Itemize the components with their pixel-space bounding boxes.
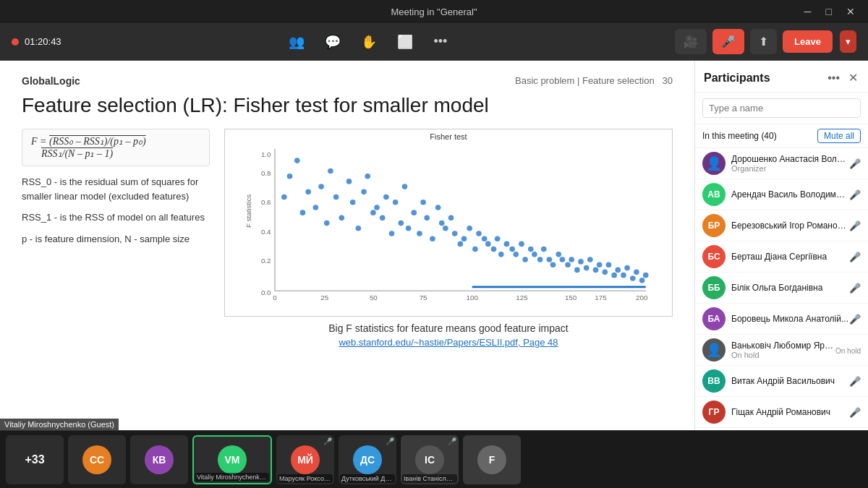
maximize-button[interactable]: □ <box>822 4 836 19</box>
svg-point-67 <box>519 241 524 247</box>
slide-left-panel: F = (RSS₀ – RSS₁)/(p₁ – p₀) RSS₁/(N – p₁… <box>22 129 210 348</box>
share-screen-button[interactable]: ⬆ <box>750 29 777 54</box>
video-tile[interactable]: ICІванів Станіслав Степ...🎤 <box>401 435 459 484</box>
formula-box: F = (RSS₀ – RSS₁)/(p₁ – p₀) RSS₁/(N – p₁… <box>22 129 210 166</box>
search-input[interactable] <box>702 98 861 118</box>
participant-count: +33 <box>25 453 44 466</box>
svg-point-92 <box>634 270 639 275</box>
panel-header: Participants ••• ✕ <box>695 61 868 93</box>
participants-icon[interactable]: 👥 <box>284 30 309 54</box>
participants-list: 👤Дорошенко Анастасія Волод...Organizer🎤А… <box>695 148 868 430</box>
svg-point-82 <box>587 257 593 262</box>
svg-point-25 <box>318 184 324 189</box>
svg-point-63 <box>498 252 504 257</box>
participant-avatar: 👤 <box>702 338 726 361</box>
svg-point-51 <box>443 226 448 231</box>
participant-info: Гіщак Андрій Романович <box>731 407 849 417</box>
video-tile[interactable]: КВ <box>130 435 188 484</box>
svg-text:150: 150 <box>565 294 577 301</box>
main-content: GlobalLogic Basic problem | Feature sele… <box>0 61 868 430</box>
microphone-button[interactable]: 🎤 <box>712 29 744 54</box>
participant-avatar: ГР <box>702 401 726 424</box>
toolbar-center: 👥 💬 ✋ ⬜ ••• <box>284 30 451 54</box>
svg-point-30 <box>346 179 352 184</box>
view-icon[interactable]: ⬜ <box>393 30 417 54</box>
video-tile-name: Vitaliy Miroshnychenko (G... <box>195 473 269 481</box>
video-tile-avatar: F <box>477 445 506 474</box>
meeting-label: In this meeting (40) <box>702 131 777 141</box>
svg-point-36 <box>374 205 380 210</box>
svg-point-39 <box>389 231 395 236</box>
participant-item: 👤Ваньковіч Любомир Яро...On holdOn hold <box>695 335 868 366</box>
video-tile[interactable]: СС <box>68 435 126 484</box>
video-tile[interactable]: МЙМарусяк Роксолана ...🎤 <box>276 435 334 484</box>
participant-mic-icon: 🎤 <box>849 283 861 294</box>
close-button[interactable]: ✕ <box>842 4 859 19</box>
more-options-icon[interactable]: ••• <box>429 30 451 53</box>
camera-button[interactable]: 🎥 <box>675 29 707 54</box>
participant-item: БСБерташ Діана Сергіївна🎤 <box>695 241 868 273</box>
svg-point-62 <box>495 236 501 241</box>
svg-text:200: 200 <box>636 294 648 301</box>
panel-more-icon[interactable]: ••• <box>826 70 841 86</box>
svg-point-22 <box>300 210 306 215</box>
minimize-button[interactable]: ─ <box>800 4 816 19</box>
panel-close-icon[interactable]: ✕ <box>847 69 859 86</box>
leave-chevron-button[interactable]: ▾ <box>840 30 856 53</box>
svg-point-29 <box>339 215 344 221</box>
video-tile[interactable]: +33 <box>6 435 64 484</box>
raise-hand-icon[interactable]: ✋ <box>357 30 381 54</box>
participant-name: Боровець Микола Анатолій... <box>731 314 849 324</box>
chat-icon[interactable]: 💬 <box>320 30 345 54</box>
svg-point-81 <box>584 265 590 271</box>
participant-mic-icon: 🎤 <box>849 189 861 200</box>
participant-role: Organizer <box>731 164 849 173</box>
leave-button[interactable]: Leave <box>783 30 833 53</box>
video-tile-mic-icon: 🎤 <box>323 437 332 445</box>
svg-point-38 <box>383 194 389 200</box>
participant-item: БРБерезовський Ігор Романов...🎤 <box>695 210 868 241</box>
svg-point-61 <box>491 247 497 252</box>
participant-name: Білік Ольга Богданівна <box>731 283 849 293</box>
svg-text:0: 0 <box>273 294 277 301</box>
participant-name: Ваньковіч Любомир Яро... <box>731 341 835 351</box>
participant-avatar: БА <box>702 307 726 330</box>
formula-text: F = (RSS₀ – RSS₁)/(p₁ – p₀) RSS₁/(N – p₁… <box>31 136 146 159</box>
participant-item: ВВВитак Андрій Васильович🎤 <box>695 366 868 397</box>
video-tile-avatar: IC <box>415 445 444 474</box>
mute-all-button[interactable]: Mute all <box>817 129 861 143</box>
svg-point-50 <box>439 221 445 226</box>
svg-point-69 <box>528 247 534 252</box>
video-tile-avatar: МЙ <box>291 445 320 474</box>
svg-point-80 <box>578 259 584 265</box>
svg-point-85 <box>603 270 608 275</box>
svg-point-93 <box>639 278 645 283</box>
svg-point-26 <box>324 221 330 226</box>
svg-point-78 <box>569 257 574 262</box>
video-tile[interactable]: ДСДутковський Дмитро...🎤 <box>339 435 396 484</box>
svg-point-45 <box>417 231 422 236</box>
svg-text:1.0: 1.0 <box>261 150 271 158</box>
svg-text:0.6: 0.6 <box>261 198 271 206</box>
toolbar-left: 01:20:43 <box>12 36 61 47</box>
svg-point-88 <box>615 267 621 273</box>
svg-point-90 <box>624 265 630 271</box>
panel-header-icons: ••• ✕ <box>826 69 859 86</box>
svg-point-28 <box>333 194 339 200</box>
svg-point-21 <box>294 158 300 163</box>
slide-breadcrumb: Basic problem | Feature selection 30 <box>515 75 673 86</box>
svg-point-68 <box>522 257 528 262</box>
svg-point-83 <box>593 267 599 273</box>
svg-point-66 <box>513 252 519 257</box>
participant-mic-icon: 🎤 <box>849 314 861 325</box>
svg-point-34 <box>365 174 370 179</box>
participant-info: Ваньковіч Любомир Яро...On hold <box>731 341 835 359</box>
slide-link[interactable]: web.stanford.edu/~hastie/Papers/ESLII.pd… <box>224 337 673 348</box>
video-tile[interactable]: F <box>463 435 521 484</box>
participant-name: Витак Андрій Васильович <box>731 376 849 386</box>
participant-mic-icon: 🎤 <box>849 221 861 231</box>
video-tile-mic-icon: 🎤 <box>448 437 456 445</box>
video-tile[interactable]: VMVitaliy Miroshnychenko (G... <box>192 435 272 484</box>
participant-mic-icon: 🎤 <box>849 376 861 387</box>
participant-info: Дорошенко Анастасія Волод...Organizer <box>731 154 849 173</box>
